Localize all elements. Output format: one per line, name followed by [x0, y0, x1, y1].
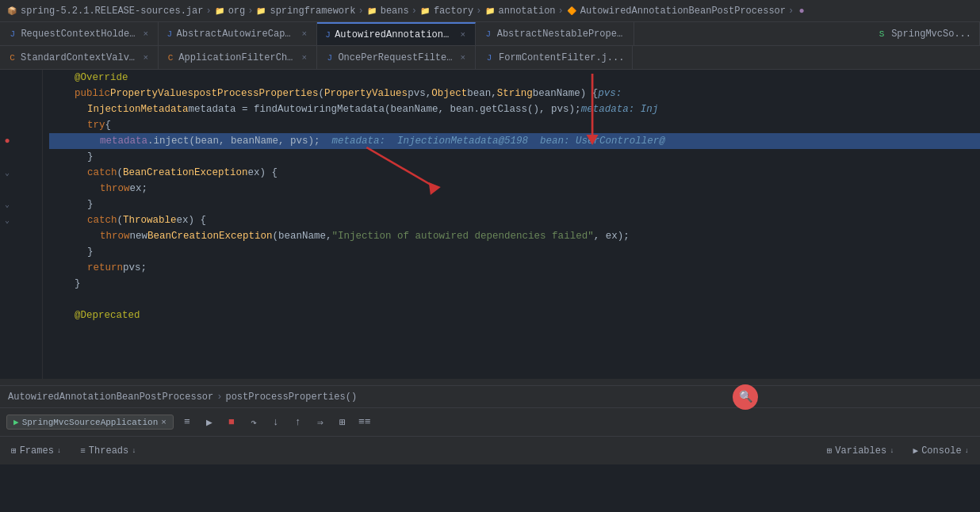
str-injection-msg: "Injection of autowired dependencies fai…	[332, 228, 594, 244]
bottom-tab-variables[interactable]: ⊞ Variables ↓	[822, 444, 899, 458]
debug-btn-evaluate[interactable]: ⊞	[334, 414, 351, 431]
debug-app-close-icon[interactable]: ×	[161, 418, 167, 427]
threads-dropdown-icon: ↓	[132, 447, 136, 455]
kw-throw2: throw	[100, 228, 130, 244]
gutter-11	[0, 228, 14, 244]
type-injectionmetadata: InjectionMetadata	[87, 101, 189, 117]
tab-label-2: AbstractAutowireCapableBeanFactory.java	[177, 29, 297, 40]
kw-catch1: catch	[87, 165, 117, 181]
plain-close-catch2: }	[87, 244, 94, 260]
console-dropdown-icon: ↓	[965, 447, 969, 455]
gutter: ● ⌄ ⌄ ⌄	[0, 70, 14, 379]
tabs-row-2: C StandardContextValve.class × C Applica…	[0, 46, 980, 70]
bottom-breadcrumb: AutowiredAnnotationBeanPostProcessor › p…	[0, 385, 980, 407]
debug-btn-settings[interactable]: ≡≡	[356, 414, 373, 431]
breadcrumb-item-beans[interactable]: 📁 beans	[366, 6, 409, 17]
line-num-6	[17, 149, 36, 165]
pkg-icon-beans: 📁	[366, 6, 377, 17]
tab-standard-context-valve[interactable]: C StandardContextValve.class ×	[0, 46, 159, 69]
breadcrumb-item-factory[interactable]: 📁 factory	[419, 6, 473, 17]
tab-autowired-annotation[interactable]: J AutowiredAnnotationBeanPostProcessor.j…	[317, 22, 476, 45]
type-propertyvalues: PropertyValues	[110, 86, 193, 101]
gutter-2	[0, 86, 14, 101]
debug-btn-step-into[interactable]: ↓	[267, 414, 285, 431]
tab-close-r1[interactable]: ×	[141, 52, 150, 63]
bottom-tab-console[interactable]: ▶ Console ↓	[909, 444, 974, 458]
debug-btn-resume[interactable]: ▶	[201, 414, 218, 431]
bottom-tab-threads[interactable]: ≡ Threads ↓	[75, 444, 140, 458]
fold-9[interactable]: ⌄	[0, 197, 14, 212]
breadcrumb-class-label: AutowiredAnnotationBeanPostProcessor	[580, 6, 786, 17]
code-line-1: @Override	[49, 70, 980, 86]
tabs-row-1: J RequestContextHolder.java × J Abstract…	[0, 22, 980, 46]
kw-catch2: catch	[87, 212, 117, 228]
debug-btn-run-to-cursor[interactable]: ⇒	[312, 414, 329, 431]
class-file-icon-2: C	[167, 52, 174, 63]
tab-abstract-nestable[interactable]: J AbstractNestableProperty...	[476, 22, 634, 45]
debug-btn-menu[interactable]: ≡	[178, 414, 196, 431]
class-icon: 🔶	[566, 6, 577, 17]
tab-close-3[interactable]: ×	[458, 29, 467, 40]
type-pv: PropertyValues	[324, 86, 408, 101]
plain-bce2-args: (beanName,	[273, 228, 332, 244]
breadcrumb-item-springframework[interactable]: 📁 springframework	[255, 6, 355, 17]
jar-icon: 📦	[6, 6, 17, 17]
debug-btn-step-out[interactable]: ↑	[289, 414, 307, 431]
breadcrumb-item-jar[interactable]: 📦 spring-5.2.1.RELEASE-sources.jar	[6, 6, 203, 17]
java-file-icon-r3: J	[325, 52, 334, 63]
breadcrumb-beans-label: beans	[381, 6, 409, 17]
search-button[interactable]: 🔍	[733, 384, 758, 410]
line-num-12	[17, 244, 36, 260]
breadcrumb-item-annotation[interactable]: 📁 annotation	[484, 6, 556, 17]
code-line-15	[49, 292, 980, 308]
tab-application-filter-chain[interactable]: C ApplicationFilterChain.class ×	[159, 46, 317, 69]
code-editor: ● ⌄ ⌄ ⌄	[0, 70, 980, 379]
java-file-icon-3: J	[325, 29, 331, 40]
plain-close-try: }	[87, 149, 94, 165]
gutter-16	[0, 308, 14, 323]
gutter-15	[0, 292, 14, 308]
breadcrumb-sep-1: ›	[205, 6, 211, 17]
pkg-icon-springframework: 📁	[255, 6, 266, 17]
breakpoint-5[interactable]: ●	[0, 133, 14, 149]
tab-label-r2: ApplicationFilterChain.class	[178, 52, 296, 63]
kw-throw1: throw	[100, 181, 130, 197]
tab-label-r3: OncePerRequestFilter.java	[338, 52, 454, 63]
debug-btn-step-over[interactable]: ↷	[245, 414, 262, 431]
code-content[interactable]: @Override public PropertyValues postProc…	[43, 70, 980, 379]
gutter-14	[0, 276, 14, 292]
bottom-tab-console-label: Console	[921, 445, 961, 457]
fold-7[interactable]: ⌄	[0, 165, 14, 181]
fold-10[interactable]: ⌄	[0, 212, 14, 228]
variables-dropdown-icon: ↓	[890, 447, 894, 455]
plain-new: new	[130, 228, 148, 244]
tab-springmvc-so[interactable]: S SpringMvcSo...	[868, 22, 980, 45]
plain-throw1: ex;	[130, 181, 148, 197]
type-throwable: Throwable	[123, 212, 177, 228]
tab-form-content-filter[interactable]: J FormContentFilter.j...	[476, 46, 633, 69]
tab-abstract-autowire[interactable]: J AbstractAutowireCapableBeanFactory.jav…	[159, 22, 317, 45]
tab-request-context-holder[interactable]: J RequestContextHolder.java ×	[0, 22, 159, 45]
tab-close-2[interactable]: ×	[300, 29, 308, 40]
breadcrumb-item-org[interactable]: 📁 org	[214, 6, 246, 17]
tab-label-r1: StandardContextValve.class	[21, 52, 137, 63]
tab-once-per-request[interactable]: J OncePerRequestFilter.java ×	[317, 46, 476, 69]
threads-icon: ≡	[80, 446, 86, 456]
debug-btn-stop[interactable]: ■	[223, 414, 240, 431]
horizontal-scrollbar[interactable]	[0, 379, 980, 385]
code-line-14: }	[49, 276, 980, 292]
breadcrumb-item-method[interactable]: ●	[796, 6, 807, 17]
plain-try-brace: {	[105, 117, 112, 133]
bottom-tab-frames[interactable]: ⊞ Frames ↓	[6, 444, 66, 458]
debug-app-tab[interactable]: ▶ SpringMvcSourceApplication ×	[6, 415, 174, 430]
tab-close-1[interactable]: ×	[141, 29, 150, 40]
line-num-1	[17, 70, 36, 86]
type-bce2: BeanCreationException	[147, 228, 273, 244]
breadcrumb-item-class[interactable]: 🔶 AutowiredAnnotationBeanPostProcessor	[566, 6, 786, 17]
breadcrumb-springframework-label: springframework	[270, 6, 355, 17]
tab-label-4: AbstractNestableProperty...	[497, 29, 626, 40]
tab-close-r2[interactable]: ×	[300, 52, 308, 63]
tab-close-r3[interactable]: ×	[458, 52, 467, 63]
plain-ex1: ex) {	[248, 165, 278, 181]
search-icon: 🔍	[739, 390, 752, 403]
